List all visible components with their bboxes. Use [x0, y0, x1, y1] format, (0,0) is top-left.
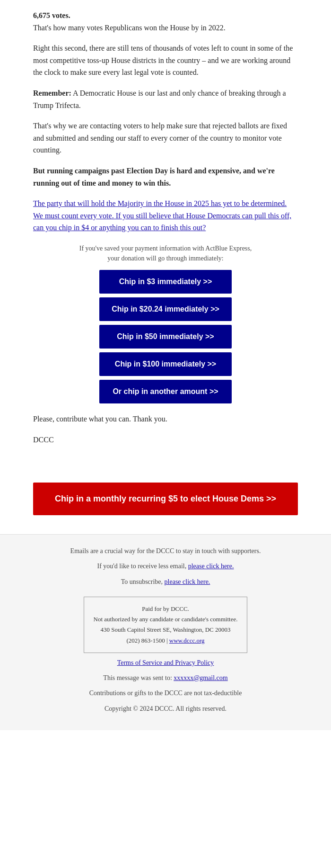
footer-terms: Terms of Service and Privacy Policy	[9, 658, 322, 668]
donate-btn-3[interactable]: Chip in $3 immediately >>	[99, 270, 232, 294]
footer-terms-link[interactable]: Terms of Service and Privacy Policy	[117, 659, 214, 666]
footer-line2: If you'd like to receive less email, ple…	[9, 561, 322, 572]
paid-line3: 430 South Capitol Street SE, Washington,…	[94, 625, 238, 635]
recurring-btn[interactable]: Chip in a monthly recurring $5 to elect …	[33, 483, 298, 515]
footer-email-link[interactable]: xxxxxx@gmail.com	[174, 674, 227, 681]
intro-line: That's how many votes Republicans won th…	[33, 24, 226, 32]
footer-not-deductible: Contributions or gifts to the DCCC are n…	[9, 688, 322, 698]
body3-bold: But running campaigns past Election Day …	[33, 167, 275, 187]
footer-line1: Emails are a crucial way for the DCCC to…	[9, 546, 322, 556]
footer-copyright: Copyright © 2024 DCCC. All rights reserv…	[9, 704, 322, 714]
footer-line3: To unsubscribe, please click here.	[9, 577, 322, 587]
cta-link[interactable]: The party that will hold the Majority in…	[33, 199, 291, 232]
paid-line4: (202) 863-1500 | www.dccc.org	[94, 635, 238, 646]
votes-bold: 6,675 votes.	[33, 11, 70, 19]
footer-unsubscribe-link[interactable]: please click here.	[165, 578, 210, 585]
paid-box: Paid for by DCCC. Not authorized by any …	[84, 597, 248, 653]
remember-label: Remember:	[33, 89, 71, 97]
closing-line2: DCCC	[33, 434, 298, 446]
paid-line2: Not authorized by any candidate or candi…	[94, 614, 238, 625]
cta-paragraph: The party that will hold the Majority in…	[33, 197, 298, 234]
recurring-btn-wrapper: Chip in a monthly recurring $5 to elect …	[33, 483, 298, 515]
actblue-notice: If you've saved your payment information…	[33, 243, 298, 263]
votes-paragraph: 6,675 votes. That's how many votes Repub…	[33, 9, 298, 34]
body2-paragraph: That's why we are contacting voters to h…	[33, 120, 298, 156]
closing-line1: Please, contribute what you can. Thank y…	[33, 413, 298, 425]
main-content: 6,675 votes. That's how many votes Repub…	[0, 0, 331, 464]
remember-text: A Democratic House is our last and only …	[33, 89, 286, 109]
donate-btn-100[interactable]: Chip in $100 immediately >>	[99, 352, 232, 376]
body1-paragraph: Right this second, there are still tens …	[33, 42, 298, 79]
donate-btn-other[interactable]: Or chip in another amount >>	[99, 380, 232, 403]
paid-line1: Paid for by DCCC.	[94, 604, 238, 614]
footer-less-email-link[interactable]: please click here.	[188, 563, 234, 570]
donate-btn-20[interactable]: Chip in $20.24 immediately >>	[99, 297, 232, 321]
footer-message-sent: This message was sent to: xxxxxx@gmail.c…	[9, 673, 322, 683]
donate-btn-50[interactable]: Chip in $50 immediately >>	[99, 325, 232, 349]
remember-paragraph: Remember: A Democratic House is our last…	[33, 87, 298, 111]
footer-website-link[interactable]: www.dccc.org	[169, 637, 205, 644]
body3-paragraph: But running campaigns past Election Day …	[33, 165, 298, 189]
footer: Emails are a crucial way for the DCCC to…	[0, 534, 331, 730]
donation-section: If you've saved your payment information…	[33, 243, 298, 403]
